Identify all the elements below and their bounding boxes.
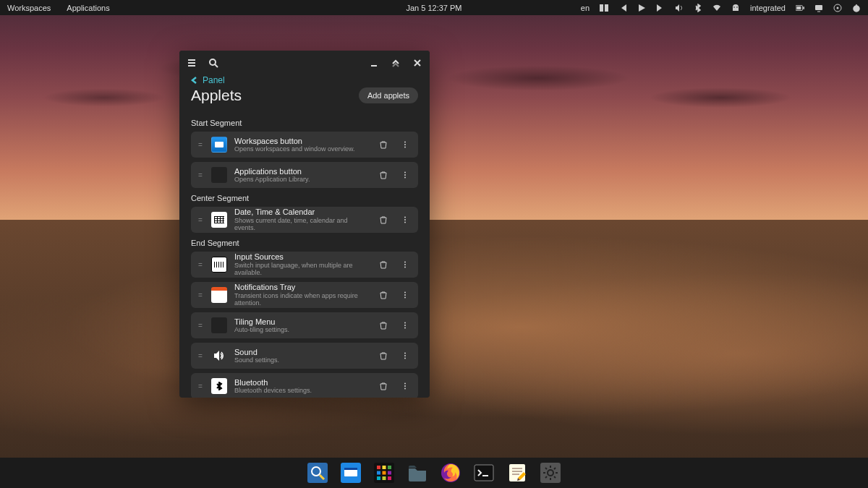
media-play-icon[interactable]	[637, 4, 646, 12]
svg-point-26	[404, 297, 406, 299]
svg-point-24	[404, 292, 406, 294]
svg-rect-48	[377, 476, 380, 480]
svg-point-3	[736, 7, 738, 8]
volume-icon[interactable]	[675, 4, 684, 12]
svg-rect-52	[475, 465, 493, 481]
applet-desc: Transient icons indicate when apps requi…	[234, 292, 369, 307]
delete-applet-button[interactable]	[376, 213, 391, 227]
applet-title: Bluetooth	[234, 378, 369, 388]
topbar-clock[interactable]: Jan 5 12:37 PM	[406, 4, 461, 12]
applet-menu-button[interactable]	[398, 318, 412, 333]
bluetooth-applet-icon	[211, 378, 227, 394]
drag-handle-icon[interactable]: =	[197, 216, 204, 224]
delete-applet-button[interactable]	[376, 168, 391, 182]
drag-handle-icon[interactable]: =	[197, 291, 204, 299]
applet-menu-button[interactable]	[398, 288, 412, 302]
svg-rect-7	[815, 5, 822, 10]
sound-icon	[211, 348, 227, 364]
topbar-input-language[interactable]: en	[581, 4, 590, 12]
delete-applet-button[interactable]	[376, 318, 391, 333]
dock-apps[interactable]	[374, 463, 394, 483]
delete-applet-button[interactable]	[376, 257, 391, 272]
applet-title: Applications button	[234, 167, 369, 176]
svg-rect-47	[388, 471, 391, 475]
close-icon[interactable]	[412, 58, 422, 68]
dock-firefox[interactable]	[441, 463, 461, 483]
svg-point-27	[404, 322, 406, 324]
settings-window: Panel Applets Add applets Start Segment=…	[179, 51, 430, 398]
applet-row[interactable]: =Tiling MenuAuto-tiling settings.	[191, 312, 418, 338]
bluetooth-icon[interactable]	[694, 4, 702, 12]
dock-text-editor[interactable]	[507, 463, 527, 483]
applet-info: Applications buttonOpens Application Lib…	[234, 167, 369, 184]
dock-settings[interactable]	[540, 463, 561, 483]
applet-menu-button[interactable]	[398, 137, 412, 152]
svg-point-18	[404, 217, 406, 218]
battery-icon[interactable]	[796, 4, 804, 12]
applet-row[interactable]: =Date, Time & CalendarShows current date…	[191, 207, 418, 233]
svg-point-19	[404, 219, 406, 221]
applet-title: Sound	[234, 348, 369, 357]
svg-point-21	[404, 262, 406, 263]
applet-row[interactable]: =Input SourcesSwitch input language, whe…	[191, 252, 418, 278]
applet-row[interactable]: =Applications buttonOpens Application Li…	[191, 162, 418, 188]
dock-files[interactable]	[407, 463, 427, 483]
top-panel: Workspaces Applications Jan 5 12:37 PM e…	[0, 0, 868, 15]
svg-rect-5	[803, 7, 804, 9]
applet-info: Tiling MenuAuto-tiling settings.	[234, 317, 369, 334]
minimize-icon[interactable]	[369, 58, 379, 68]
dock-workspaces[interactable]	[341, 463, 361, 483]
drag-handle-icon[interactable]: =	[197, 322, 204, 330]
notifications-icon[interactable]	[814, 4, 823, 12]
applet-info: Notifications TrayTransient icons indica…	[234, 283, 369, 307]
android-icon[interactable]	[731, 4, 740, 12]
applet-menu-button[interactable]	[398, 379, 412, 393]
applet-info: Workspaces buttonOpens workspaces and wi…	[234, 137, 369, 153]
delete-applet-button[interactable]	[376, 137, 391, 152]
hamburger-icon[interactable]	[187, 58, 197, 68]
applet-row[interactable]: =Notifications TrayTransient icons indic…	[191, 282, 418, 308]
topbar-applications[interactable]: Applications	[67, 4, 109, 12]
search-icon[interactable]	[208, 58, 218, 68]
applet-desc: Opens Application Library.	[234, 176, 369, 183]
segment-label: Center Segment	[191, 194, 418, 202]
drag-handle-icon[interactable]: =	[197, 261, 204, 269]
drag-handle-icon[interactable]: =	[197, 171, 204, 179]
applet-desc: Auto-tiling settings.	[234, 326, 369, 333]
applet-menu-button[interactable]	[398, 348, 412, 363]
svg-point-17	[404, 177, 406, 179]
drag-handle-icon[interactable]: =	[197, 382, 204, 390]
media-prev-icon[interactable]	[618, 4, 627, 12]
maximize-icon[interactable]	[391, 58, 401, 68]
drag-handle-icon[interactable]: =	[197, 141, 204, 149]
dock-terminal[interactable]	[474, 463, 494, 483]
applet-desc: Sound settings.	[234, 356, 369, 364]
delete-applet-button[interactable]	[376, 348, 391, 363]
svg-point-23	[404, 267, 406, 268]
applet-row[interactable]: =SoundSound settings.	[191, 343, 418, 369]
topbar-workspaces[interactable]: Workspaces	[7, 4, 51, 12]
dock-search[interactable]	[307, 463, 328, 483]
media-next-icon[interactable]	[656, 4, 665, 12]
applet-menu-button[interactable]	[398, 213, 412, 227]
delete-applet-button[interactable]	[376, 379, 391, 393]
add-applets-button[interactable]: Add applets	[359, 87, 418, 103]
settings-menu-icon[interactable]	[833, 4, 842, 12]
applet-menu-button[interactable]	[398, 257, 412, 272]
applet-title: Notifications Tray	[234, 283, 369, 292]
applet-row[interactable]: =BluetoothBluetooth devices settings.	[191, 373, 418, 398]
applet-menu-button[interactable]	[398, 168, 412, 182]
svg-rect-43	[383, 466, 386, 469]
power-icon[interactable]	[852, 4, 861, 12]
window-titlebar[interactable]	[179, 51, 430, 75]
delete-applet-button[interactable]	[376, 288, 391, 302]
svg-point-22	[404, 264, 406, 265]
wifi-icon[interactable]	[712, 4, 721, 12]
tiling-icon	[211, 317, 227, 333]
tiling-icon[interactable]	[600, 4, 608, 12]
applet-row[interactable]: =Workspaces buttonOpens workspaces and w…	[191, 132, 418, 158]
topbar-integrated-label[interactable]: integrated	[750, 4, 786, 12]
drag-handle-icon[interactable]: =	[197, 352, 204, 360]
workspaces-icon	[211, 137, 227, 153]
back-to-panel[interactable]: Panel	[179, 75, 430, 87]
